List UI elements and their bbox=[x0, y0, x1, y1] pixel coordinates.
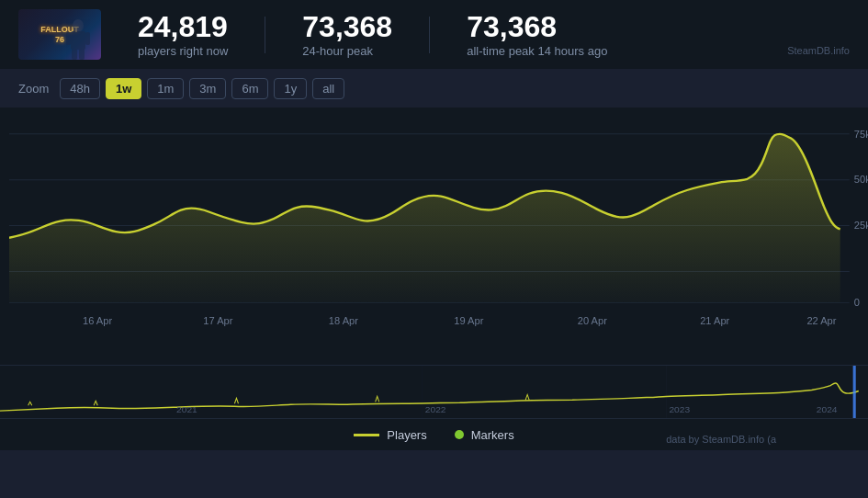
game-thumbnail[interactable]: FALLOUT76 bbox=[18, 9, 101, 60]
svg-text:2024: 2024 bbox=[817, 404, 838, 414]
mini-chart-svg: 2021 2022 2023 2024 bbox=[0, 366, 868, 418]
zoom-1y[interactable]: 1y bbox=[274, 78, 307, 99]
zoom-6m[interactable]: 6m bbox=[231, 78, 268, 99]
zoom-48h[interactable]: 48h bbox=[60, 78, 100, 99]
svg-rect-2 bbox=[66, 32, 71, 45]
main-chart-svg: 75k 50k 25k 0 16 Apr 17 Apr 18 Apr 19 Ap… bbox=[9, 117, 868, 337]
legend-bar: Players Markers data by SteamDB.info (a bbox=[0, 418, 868, 450]
svg-text:0: 0 bbox=[854, 297, 860, 308]
svg-text:50k: 50k bbox=[854, 175, 868, 186]
players-legend-line bbox=[354, 434, 379, 436]
all-time-peak-label: all-time peak 14 hours ago bbox=[467, 44, 607, 58]
svg-text:2023: 2023 bbox=[669, 404, 690, 414]
players-legend: Players bbox=[354, 428, 426, 442]
svg-rect-1 bbox=[71, 31, 85, 50]
mini-chart-container: 2021 2022 2023 2024 bbox=[0, 365, 868, 418]
svg-text:2021: 2021 bbox=[176, 404, 197, 414]
all-time-peak-block: 73,368 all-time peak 14 hours ago bbox=[467, 12, 607, 58]
zoom-label: Zoom bbox=[18, 82, 49, 96]
divider-2 bbox=[429, 17, 430, 53]
peak-24h-label: 24-hour peak bbox=[302, 44, 373, 58]
markers-legend: Markers bbox=[455, 428, 514, 442]
svg-rect-28 bbox=[666, 366, 868, 418]
svg-text:17 Apr: 17 Apr bbox=[203, 315, 233, 326]
players-now-block: 24,819 players right now bbox=[138, 12, 228, 58]
svg-text:19 Apr: 19 Apr bbox=[454, 315, 484, 326]
svg-text:22 Apr: 22 Apr bbox=[806, 315, 837, 326]
steamdb-credit: SteamDB.info bbox=[787, 45, 850, 60]
svg-text:20 Apr: 20 Apr bbox=[578, 315, 608, 326]
players-legend-label: Players bbox=[387, 428, 426, 442]
zoom-3m[interactable]: 3m bbox=[189, 78, 226, 99]
data-credit: data by SteamDB.info (a bbox=[666, 434, 776, 445]
main-chart-container: 75k 50k 25k 0 16 Apr 17 Apr 18 Apr 19 Ap… bbox=[0, 108, 868, 365]
svg-rect-24 bbox=[174, 366, 423, 418]
players-now-label: players right now bbox=[138, 44, 228, 58]
svg-text:75k: 75k bbox=[854, 129, 868, 140]
markers-legend-label: Markers bbox=[471, 428, 514, 442]
zoom-1m[interactable]: 1m bbox=[147, 78, 184, 99]
svg-point-0 bbox=[73, 19, 84, 32]
svg-text:25k: 25k bbox=[854, 221, 868, 232]
svg-rect-33 bbox=[853, 366, 856, 418]
divider-1 bbox=[265, 17, 265, 53]
svg-rect-4 bbox=[72, 49, 77, 60]
svg-text:2022: 2022 bbox=[425, 404, 446, 414]
svg-rect-5 bbox=[79, 49, 85, 60]
peak-24h-block: 73,368 24-hour peak bbox=[302, 12, 392, 58]
svg-text:18 Apr: 18 Apr bbox=[329, 315, 359, 326]
peak-24h-value: 73,368 bbox=[302, 12, 392, 41]
svg-rect-3 bbox=[85, 32, 90, 45]
all-time-peak-value: 73,368 bbox=[467, 12, 557, 41]
svg-rect-26 bbox=[423, 366, 667, 418]
svg-text:16 Apr: 16 Apr bbox=[83, 315, 113, 326]
zoom-1w[interactable]: 1w bbox=[106, 78, 141, 99]
zoom-all[interactable]: all bbox=[312, 78, 344, 99]
markers-legend-dot bbox=[455, 430, 464, 439]
players-now-value: 24,819 bbox=[138, 12, 228, 41]
header-section: FALLOUT76 24,819 players right now 73,36… bbox=[0, 0, 868, 69]
svg-text:21 Apr: 21 Apr bbox=[700, 315, 730, 326]
zoom-bar: Zoom 48h 1w 1m 3m 6m 1y all bbox=[0, 69, 868, 108]
